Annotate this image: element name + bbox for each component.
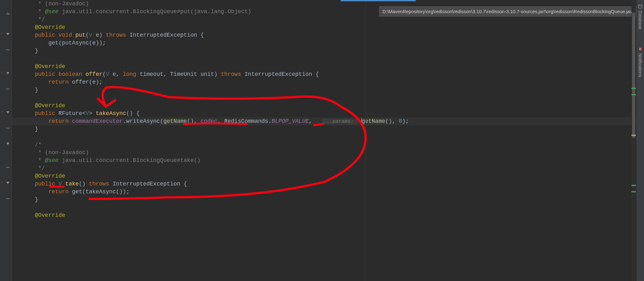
override-marker-icon[interactable]: ↑ (1, 71, 3, 75)
fold-close-icon[interactable] (5, 47, 10, 52)
code-line (12, 94, 644, 102)
fold-close-icon[interactable] (5, 86, 10, 91)
code-editor: ↑ ↑ ↑ ↑ * (non-Javadoc) * @see java.util… (0, 0, 644, 281)
database-tool-button[interactable]: Database (638, 2, 643, 32)
code-line: @Override (12, 211, 644, 219)
file-path-tooltip: D:\MavenRepository\org\redisson\redisson… (379, 6, 638, 17)
scroll-marker-icon[interactable] (631, 135, 636, 136)
database-icon (638, 4, 642, 9)
code-line: @Override (12, 102, 644, 110)
fold-toggle-icon[interactable] (5, 110, 10, 115)
code-line: } (12, 125, 644, 133)
code-line: return offer(e); (12, 78, 644, 86)
scroll-marker-icon[interactable] (631, 185, 636, 186)
fold-gutter (4, 0, 12, 281)
override-marker-icon[interactable]: ↑ (1, 110, 3, 114)
code-text-area[interactable]: * (non-Javadoc) * @see java.util.concurr… (12, 0, 644, 281)
code-line: return get(takeAsync()); (12, 188, 644, 196)
notifications-tool-button[interactable]: Notifications (638, 44, 643, 80)
code-line: } (12, 86, 644, 94)
fold-close-icon[interactable] (5, 126, 10, 131)
fold-toggle-icon[interactable] (5, 32, 10, 37)
code-line-current: return commandExecutor.writeAsync(getNam… (12, 117, 644, 125)
wrap-guide-line (366, 0, 366, 281)
fold-toggle-icon[interactable] (5, 180, 10, 185)
code-line: /* (12, 141, 644, 149)
fold-close-icon[interactable] (5, 12, 10, 17)
fold-close-icon[interactable] (5, 165, 10, 170)
file-path-text: D:\MavenRepository\org\redisson\redisson… (383, 9, 635, 14)
notifications-tool-label: Notifications (638, 53, 643, 77)
code-line (12, 133, 644, 141)
fold-close-icon[interactable] (5, 196, 10, 201)
override-marker-icon[interactable]: ↑ (1, 32, 3, 36)
active-tab-indicator (341, 0, 416, 1)
code-line: get(putAsync(e)); (12, 39, 644, 47)
code-line: public void put(V e) throws InterruptedE… (12, 31, 644, 39)
code-line: public RFuture<V> takeAsync() { (12, 110, 644, 117)
code-line: @Override (12, 172, 644, 180)
scroll-marker-icon[interactable] (631, 88, 636, 89)
code-line: public boolean offer(V e, long timeout, … (12, 70, 644, 78)
scroll-marker-icon[interactable] (631, 94, 636, 95)
code-line: } (12, 196, 644, 204)
bell-icon (638, 47, 642, 51)
code-line: */ (12, 164, 644, 172)
code-line: * @see java.util.concurrent.BlockingQueu… (12, 157, 644, 164)
fold-open-icon[interactable] (5, 141, 10, 146)
override-marker-icon[interactable]: ↑ (1, 180, 3, 185)
svg-point-0 (639, 5, 642, 6)
scroll-marker-icon[interactable] (631, 191, 636, 192)
fold-toggle-icon[interactable] (5, 71, 10, 76)
code-line: } (12, 47, 644, 55)
code-line: * (non-Javadoc) (12, 149, 644, 157)
code-line: @Override (12, 63, 644, 70)
scrollbar-thumb[interactable] (632, 13, 635, 138)
database-tool-label: Database (638, 11, 643, 29)
scrollbar-track[interactable] (631, 0, 636, 281)
right-tool-strip: Database Notifications (636, 0, 644, 281)
code-line (12, 55, 644, 63)
code-line: @Override (12, 23, 644, 31)
code-line (12, 204, 644, 211)
code-line: */ (12, 16, 644, 23)
code-line: public V take() throws InterruptedExcept… (12, 180, 644, 188)
left-marker-gutter: ↑ ↑ ↑ ↑ (0, 0, 4, 281)
